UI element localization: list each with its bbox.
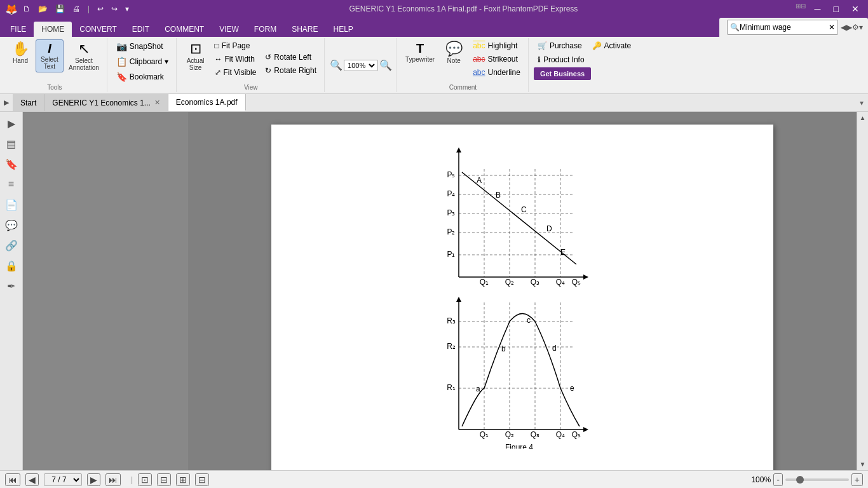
tab-share[interactable]: SHARE [284, 22, 325, 37]
customize-btn[interactable]: ▾ [123, 3, 132, 15]
open-btn[interactable]: 📂 [36, 3, 50, 15]
tools-group: ✋ Hand I SelectText ↖ SelectAnnotation T… [3, 38, 107, 92]
tab-view[interactable]: VIEW [212, 22, 247, 37]
svg-text:B: B [496, 191, 501, 200]
fit-width-btn[interactable]: ↔ Fit Width [211, 53, 261, 65]
doc-area[interactable]: P₅ P₄ P₃ P₂ P₁ Q₁ Q₂ Q₃ Q₄ Q₅ A B C D [188, 112, 857, 470]
get-business-btn[interactable]: Get Business [534, 67, 591, 80]
zoom-select[interactable]: 100% 75% 150% [345, 61, 377, 70]
tab-expand-btn[interactable]: ▶ [0, 98, 13, 107]
underline-btn[interactable]: abc Underline [469, 66, 524, 79]
sidebar-security-btn[interactable]: 🔒 [3, 257, 20, 274]
search-next-btn[interactable]: ▶ [846, 23, 852, 32]
tab-home[interactable]: HOME [34, 22, 72, 37]
svg-text:D: D [546, 224, 552, 233]
strikeout-btn[interactable]: abc Strikeout [469, 53, 524, 65]
save-btn[interactable]: 💾 [53, 3, 67, 15]
zoom-in-btn[interactable]: 🔍 [379, 59, 392, 71]
search-prev-btn[interactable]: ◀ [841, 23, 846, 32]
search-clear-btn[interactable]: ✕ [829, 23, 835, 32]
sidebar-expand-btn[interactable]: ▶ [3, 114, 20, 132]
zoom-slider[interactable] [785, 478, 849, 481]
nav-prev-btn[interactable]: ◀ [25, 473, 39, 486]
tab-edit[interactable]: EDIT [125, 22, 157, 37]
snapshot-btn[interactable]: 📷 SnapShot [112, 39, 167, 53]
product-info-btn[interactable]: ℹ Product Info [534, 53, 588, 66]
app-title: GENERIC Y1 Economics 1A Final.pdf - Foxi… [349, 4, 578, 13]
tab-file[interactable]: FILE [3, 22, 34, 37]
tab-list-btn[interactable]: ▾ [855, 98, 868, 107]
svg-text:Q₁: Q₁ [480, 430, 489, 439]
tab-form[interactable]: FORM [247, 22, 284, 37]
purchase-group: 🛒 Purchase 🔑 Activate ℹ Product Info Get… [530, 38, 639, 92]
maximize-btn[interactable]: □ [830, 3, 843, 15]
tab-convert[interactable]: CONVERT [72, 22, 124, 37]
bookmark-btn[interactable]: 🔖 Bookmark [112, 70, 168, 84]
print-btn[interactable]: 🖨 [70, 3, 83, 15]
pdf-page: P₅ P₄ P₃ P₂ P₁ Q₁ Q₂ Q₃ Q₄ Q₅ A B C D [271, 125, 773, 470]
rotate-right-btn[interactable]: ↻ Rotate Right [261, 64, 320, 77]
right-sidebar: ▲ ▼ [857, 112, 868, 470]
figure-container: P₅ P₄ P₃ P₂ P₁ Q₁ Q₂ Q₃ Q₄ Q₅ A B C D [427, 137, 618, 449]
select-annotation-btn[interactable]: ↖ SelectAnnotation [65, 39, 103, 74]
select-annotation-icon: ↖ [78, 42, 90, 56]
new-btn[interactable]: 🗋 [20, 3, 33, 15]
status-zoom-out-btn[interactable]: - [773, 473, 783, 486]
view-spread-btn[interactable]: ⊟ [195, 473, 209, 486]
highlight-btn[interactable]: abc Highlight [469, 39, 524, 52]
hand-btn[interactable]: ✋ Hand [6, 39, 34, 67]
tab-start[interactable]: Start [13, 94, 44, 111]
fit-page-btn[interactable]: □ Fit Page [211, 39, 261, 52]
close-btn[interactable]: ✕ [848, 3, 863, 15]
minimize-btn[interactable]: ─ [811, 3, 825, 15]
page-select[interactable]: 7 / 7 [44, 473, 82, 486]
tab-economics-1a[interactable]: Economics 1A.pdf [168, 94, 246, 111]
typewriter-btn[interactable]: T Typewriter [402, 39, 438, 65]
purchase-btn[interactable]: 🛒 Purchase [534, 39, 586, 52]
sidebar-comments-btn[interactable]: 💬 [3, 216, 20, 234]
nav-last-btn[interactable]: ⏭ [105, 473, 121, 486]
select-text-btn[interactable]: I SelectText [36, 39, 64, 72]
fit-width-label: Fit Width [225, 55, 255, 64]
sidebar-pages-btn[interactable]: 📄 [3, 196, 20, 214]
select-annotation-label: SelectAnnotation [69, 57, 99, 71]
search-input[interactable] [740, 23, 829, 32]
nav-next-btn[interactable]: ▶ [87, 473, 100, 486]
sidebar-attachments-btn[interactable]: 🔗 [3, 236, 20, 254]
view-group-content: ⊡ ActualSize □ Fit Page ↔ Fit Width ⤢ Fi… [182, 39, 321, 83]
svg-text:R₃: R₃ [447, 316, 456, 325]
view-facing-btn[interactable]: ⊞ [176, 473, 190, 486]
sidebar-digital-sig-btn[interactable]: ✒ [3, 277, 20, 295]
zoom-out-btn[interactable]: 🔍 [330, 59, 342, 71]
sidebar-layers-btn[interactable]: ≡ [3, 175, 20, 193]
redo-btn[interactable]: ↪ [109, 3, 120, 15]
tab-generic-doc-label: GENERIC Y1 Economics 1... [52, 98, 151, 107]
tab-help[interactable]: HELP [325, 22, 360, 37]
right-sidebar-scroll-up[interactable]: ▲ [858, 113, 867, 123]
rotate-left-btn[interactable]: ↺ Rotate Left [261, 51, 320, 64]
fit-visible-btn[interactable]: ⤢ Fit Visible [211, 66, 261, 79]
svg-text:Q₃: Q₃ [531, 278, 539, 287]
search-options-btn[interactable]: ⚙▾ [852, 23, 863, 32]
view-single-btn[interactable]: ⊡ [138, 473, 152, 486]
clipboard-label: Clipboard ▾ [130, 57, 168, 66]
strikeout-icon: abc [473, 55, 485, 64]
sidebar-bookmark-btn[interactable]: 🔖 [3, 155, 20, 173]
tab-comment[interactable]: COMMENT [157, 22, 212, 37]
clipboard-btn[interactable]: 📋 Clipboard ▾ [112, 55, 172, 69]
window-controls: ⊞⊟ ─ □ ✕ [796, 3, 863, 15]
right-sidebar-scroll-down[interactable]: ▼ [858, 459, 867, 469]
tab-generic-doc[interactable]: GENERIC Y1 Economics 1... ✕ [44, 94, 168, 111]
underline-icon: abc [473, 68, 485, 77]
clipboard-icon: 📋 [116, 57, 127, 67]
note-label: Note [447, 57, 461, 64]
status-zoom-in-btn[interactable]: + [851, 473, 863, 486]
tab-generic-doc-close[interactable]: ✕ [154, 98, 160, 107]
activate-btn[interactable]: 🔑 Activate [588, 39, 635, 52]
sidebar-thumbnail-btn[interactable]: ▤ [3, 135, 20, 152]
undo-btn[interactable]: ↩ [95, 3, 106, 15]
note-btn[interactable]: 💬 Note [440, 39, 468, 67]
actual-size-btn[interactable]: ⊡ ActualSize [182, 39, 210, 74]
nav-first-btn[interactable]: ⏮ [5, 473, 20, 486]
view-continuous-btn[interactable]: ⊟ [157, 473, 171, 486]
